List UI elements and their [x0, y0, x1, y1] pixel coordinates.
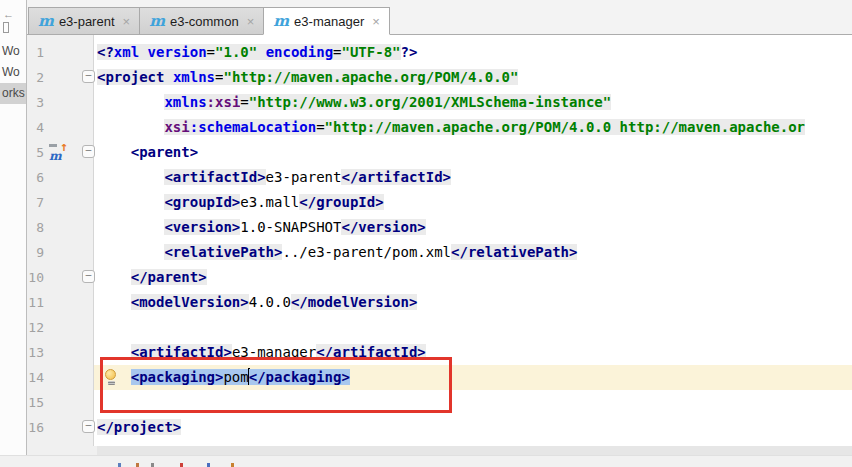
partial-icon-sliver [180, 463, 183, 467]
line-number: 11 [28, 290, 44, 315]
code-line: 16−</project> [27, 415, 852, 440]
tab-close-icon[interactable]: × [123, 15, 131, 28]
code-text[interactable]: <artifactId>e3-manager</artifactId> [94, 340, 852, 365]
code-segment: e3.mall [240, 194, 299, 210]
toolwindow-item[interactable]: Wo [0, 62, 26, 83]
line-number: 12 [28, 315, 44, 340]
gutter-cell: 8 [27, 215, 94, 240]
line-number: 5 [28, 140, 44, 165]
code-line: 13 <artifactId>e3-manager</artifactId> [27, 340, 852, 365]
code-segment: </packaging> [249, 369, 350, 385]
code-segment [164, 69, 172, 85]
code-segment: "http://maven.apache.org/POM/4.0.0" [223, 69, 518, 85]
line-number: 1 [28, 40, 44, 65]
code-text[interactable] [94, 315, 852, 340]
editor-lines: 1<?xml version="1.0" encoding="UTF-8"?>2… [27, 35, 852, 440]
gutter-cell: 7 [27, 190, 94, 215]
tab-close-icon[interactable]: × [372, 15, 380, 28]
code-segment: </parent> [131, 269, 207, 285]
code-segment: = [240, 94, 248, 110]
indent [97, 119, 164, 135]
code-text[interactable]: </parent> [94, 265, 852, 290]
code-segment: :xsi [207, 94, 241, 110]
code-segment: <? [97, 44, 114, 60]
code-segment: </relativePath> [451, 244, 577, 260]
gutter-cell: 1 [27, 40, 94, 65]
code-segment: <groupId> [164, 194, 240, 210]
code-text[interactable]: <parent> [94, 140, 852, 165]
tab-label: e3-common [170, 14, 239, 29]
code-text[interactable]: <version>1.0-SNAPSHOT</version> [94, 215, 852, 240]
partial-icon-sliver [118, 463, 121, 467]
code-segment: xmlns [173, 69, 215, 85]
code-text[interactable] [94, 390, 852, 415]
fold-marker[interactable]: − [82, 270, 95, 283]
tab-label: e3-manager [294, 14, 364, 29]
maven-module-gutter-icon[interactable]: m↑ [49, 143, 67, 161]
code-line: 1<?xml version="1.0" encoding="UTF-8"?> [27, 40, 852, 65]
code-text[interactable]: <relativePath>../e3-parent/pom.xml</rela… [94, 240, 852, 265]
fold-marker[interactable]: − [82, 420, 95, 433]
code-line: 6 <artifactId>e3-parent</artifactId> [27, 165, 852, 190]
indent [97, 94, 164, 110]
intention-bulb-icon[interactable] [105, 369, 117, 386]
code-segment: <project [97, 69, 164, 85]
code-text[interactable]: <packaging>pom</packaging> [94, 365, 852, 390]
up-arrow-icon: ↑ [60, 140, 68, 153]
fold-marker[interactable]: − [82, 70, 95, 83]
code-text[interactable]: xmlns:xsi="http://www.w3.org/2001/XMLSch… [94, 90, 852, 115]
fold-marker[interactable]: − [82, 145, 95, 158]
code-text[interactable]: <groupId>e3.mall</groupId> [94, 190, 852, 215]
code-segment: = [316, 119, 324, 135]
code-segment: </artifactId> [316, 344, 426, 360]
toolwindow-items: WoWoorks [0, 41, 26, 104]
code-line: 12 [27, 315, 852, 340]
tab-close-icon[interactable]: × [247, 15, 255, 28]
indent [97, 244, 164, 260]
partial-icon-sliver [151, 463, 154, 467]
line-number: 6 [28, 165, 44, 190]
code-line: 11 <modelVersion>4.0.0</modelVersion> [27, 290, 852, 315]
toolwindow-item[interactable]: orks [0, 83, 26, 104]
code-text[interactable]: <modelVersion>4.0.0</modelVersion> [94, 290, 852, 315]
line-number: 9 [28, 240, 44, 265]
code-line: 2−<project xmlns="http://maven.apache.or… [27, 65, 852, 90]
gutter-cell: 3 [27, 90, 94, 115]
code-segment: e3-parent [266, 169, 342, 185]
code-text[interactable]: <artifactId>e3-parent</artifactId> [94, 165, 852, 190]
gutter-cell: 12 [27, 315, 94, 340]
code-segment: </modelVersion> [291, 294, 417, 310]
code-line: 10− </parent> [27, 265, 852, 290]
line-number: 15 [28, 390, 44, 415]
code-segment: <artifactId> [164, 169, 265, 185]
gutter-cell: 10− [27, 265, 94, 290]
indent [97, 144, 131, 160]
editor-tabs: me3-parent×me3-common×me3-manager× [28, 7, 389, 35]
code-text[interactable]: <?xml version="1.0" encoding="UTF-8"?> [94, 40, 852, 65]
editor-tab-e3-manager[interactable]: me3-manager× [263, 7, 390, 35]
code-segment: </project> [97, 419, 181, 435]
line-number: 16 [28, 415, 44, 440]
code-text[interactable]: xsi:schemaLocation="http://maven.apache.… [94, 115, 852, 140]
indent [97, 344, 131, 360]
line-number: 4 [28, 115, 44, 140]
editor-tab-e3-parent[interactable]: me3-parent× [28, 7, 140, 35]
code-segment: <modelVersion> [131, 294, 249, 310]
code-line: 9 <relativePath>../e3-parent/pom.xml</re… [27, 240, 852, 265]
code-text[interactable]: <project xmlns="http://maven.apache.org/… [94, 65, 852, 90]
code-segment: xml [114, 44, 139, 60]
code-segment: <parent> [131, 144, 198, 160]
toolwindow-item[interactable]: Wo [0, 41, 26, 62]
code-segment: <version> [164, 219, 240, 235]
editor-tab-e3-common[interactable]: me3-common× [139, 7, 264, 35]
code-segment: </version> [341, 219, 425, 235]
project-toolwindow-sliver: ← WoWoorks [0, 0, 27, 456]
code-line: 3 xmlns:xsi="http://www.w3.org/2001/XMLS… [27, 90, 852, 115]
code-line: 5m↑− <parent> [27, 140, 852, 165]
code-segment [139, 44, 147, 60]
collapse-panel-icon[interactable]: ← [3, 7, 19, 20]
code-text[interactable]: </project> [94, 415, 852, 440]
code-segment [257, 44, 265, 60]
line-number: 14 [28, 365, 44, 390]
code-editor[interactable]: 1<?xml version="1.0" encoding="UTF-8"?>2… [27, 35, 852, 446]
